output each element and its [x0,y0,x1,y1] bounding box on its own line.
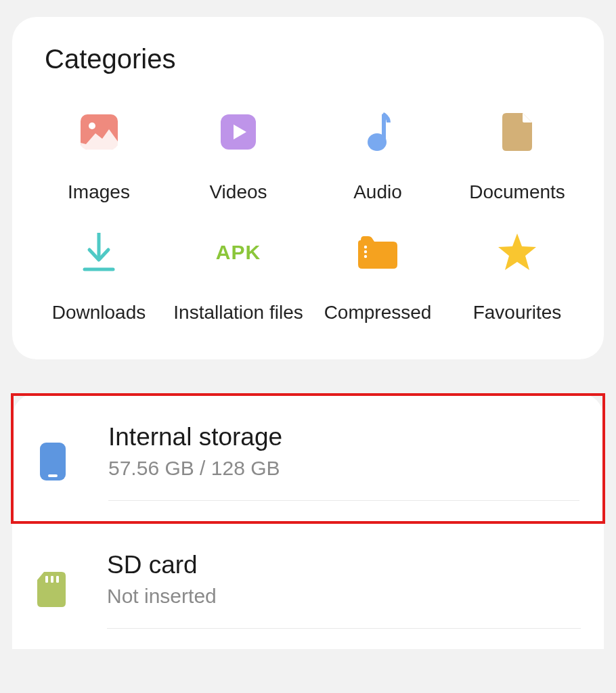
svg-rect-11 [45,576,48,583]
category-compressed[interactable]: Compressed [311,232,444,326]
category-audio[interactable]: Audio [311,112,444,205]
svg-point-6 [364,246,367,248]
category-label: Downloads [52,300,146,326]
category-label: Installation files [173,300,303,326]
category-label: Videos [209,179,267,205]
folder-icon [357,232,398,273]
category-videos[interactable]: Videos [172,112,305,205]
apk-icon: APK [218,232,259,273]
category-label: Compressed [324,300,432,326]
download-icon [79,232,119,273]
category-documents[interactable]: Documents [451,112,584,205]
categories-title: Categories [45,44,584,74]
category-favourites[interactable]: Favourites [451,232,584,326]
svg-rect-12 [51,576,53,583]
video-icon [218,112,259,152]
category-images[interactable]: Images [32,112,165,205]
svg-point-8 [364,255,367,258]
svg-point-1 [89,122,95,129]
svg-point-7 [364,250,367,253]
document-icon [497,112,537,152]
internal-storage-text: Internal storage 57.56 GB / 128 GB [108,423,579,501]
sd-card-text: SD card Not inserted [107,551,581,629]
svg-rect-13 [56,576,59,583]
internal-storage-highlight: Internal storage 57.56 GB / 128 GB [11,393,605,524]
sd-card-item[interactable]: SD card Not inserted [12,524,604,649]
audio-icon [357,112,398,152]
internal-storage-item[interactable]: Internal storage 57.56 GB / 128 GB [14,396,602,521]
categories-card: Categories Images Videos [12,17,604,359]
category-label: Documents [469,179,565,205]
categories-grid: Images Videos Audio [32,112,584,326]
storage-card: Internal storage 57.56 GB / 128 GB SD ca… [12,393,604,649]
svg-point-4 [368,133,387,151]
category-label: Audio [353,179,402,205]
sd-card-subtitle: Not inserted [107,585,581,608]
image-icon [79,112,119,152]
phone-storage-icon [37,441,69,483]
star-icon [497,232,537,273]
svg-rect-10 [48,474,58,477]
category-downloads[interactable]: Downloads [32,232,165,326]
category-label: Favourites [473,300,562,326]
internal-storage-subtitle: 57.56 GB / 128 GB [108,457,579,480]
category-label: Images [68,179,130,205]
category-installation-files[interactable]: APK Installation files [172,232,305,326]
sd-card-icon [35,568,68,610]
sd-card-title: SD card [107,551,581,579]
internal-storage-title: Internal storage [108,423,579,451]
